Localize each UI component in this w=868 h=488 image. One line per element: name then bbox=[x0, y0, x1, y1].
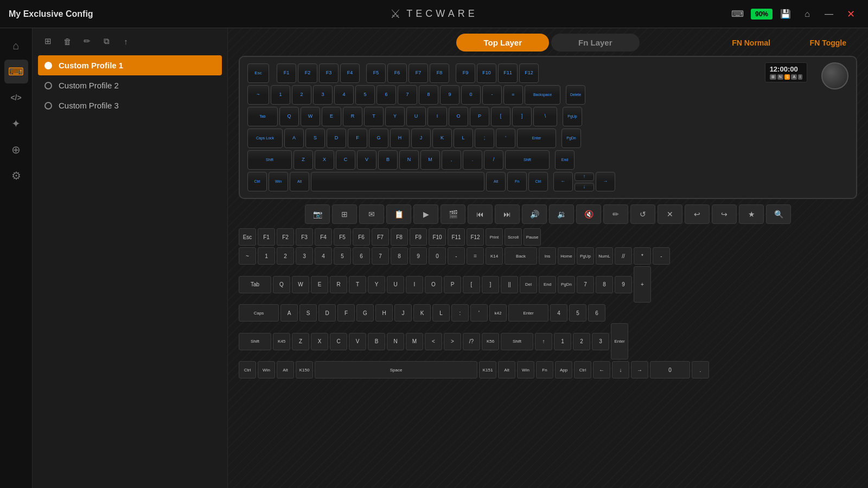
key-lshift[interactable]: Shift bbox=[247, 150, 292, 170]
km-c[interactable]: C bbox=[330, 333, 347, 350]
key-left[interactable]: ← bbox=[553, 172, 573, 191]
key-f2[interactable]: F2 bbox=[298, 63, 317, 83]
km-print[interactable]: Print bbox=[486, 228, 503, 246]
km-num4[interactable]: 4 bbox=[550, 304, 567, 322]
key-rshift[interactable]: Shift bbox=[505, 150, 550, 170]
key-6[interactable]: 6 bbox=[376, 85, 396, 105]
km-lbracket[interactable]: [ bbox=[463, 276, 480, 293]
km-f4[interactable]: F4 bbox=[315, 228, 332, 246]
km-f5[interactable]: F5 bbox=[334, 228, 351, 246]
km-k45[interactable]: K45 bbox=[273, 333, 290, 350]
sidebar-item-lighting[interactable]: ✦ bbox=[4, 112, 28, 136]
km-1[interactable]: 1 bbox=[258, 247, 275, 265]
key-m[interactable]: M bbox=[420, 150, 440, 170]
km-9[interactable]: 9 bbox=[410, 247, 427, 265]
km-equals[interactable]: = bbox=[467, 247, 484, 265]
export-profile-button[interactable]: ↑ bbox=[118, 34, 133, 49]
km-space[interactable]: Space bbox=[315, 361, 477, 378]
km-numl[interactable]: NumL bbox=[596, 247, 613, 265]
km-f1[interactable]: F1 bbox=[258, 228, 275, 246]
km-b[interactable]: B bbox=[368, 333, 385, 350]
macro-vol-up[interactable]: 🔊 bbox=[522, 204, 547, 224]
km-esc[interactable]: Esc bbox=[239, 228, 256, 246]
key-d[interactable]: D bbox=[327, 129, 346, 148]
key-lctrl[interactable]: Ctrl bbox=[247, 172, 267, 191]
km-qmark[interactable]: /? bbox=[463, 333, 480, 350]
key-ralt[interactable]: Alt bbox=[486, 172, 506, 191]
key-7[interactable]: 7 bbox=[398, 85, 417, 105]
km-ralt[interactable]: Alt bbox=[498, 361, 515, 378]
save-button[interactable]: 💾 bbox=[777, 5, 794, 23]
macro-mute[interactable]: 🔇 bbox=[576, 204, 601, 224]
km-dash[interactable]: - bbox=[448, 247, 465, 265]
km-0[interactable]: 0 bbox=[429, 247, 446, 265]
key-e[interactable]: E bbox=[322, 107, 341, 126]
km-right-arrow[interactable]: → bbox=[631, 361, 648, 378]
km-p[interactable]: P bbox=[444, 276, 461, 293]
km-g[interactable]: G bbox=[356, 304, 374, 322]
key-slash[interactable]: / bbox=[484, 150, 503, 170]
minimize-button[interactable]: — bbox=[820, 5, 838, 23]
key-tilde[interactable]: ~ bbox=[247, 85, 269, 105]
macro-clipboard[interactable]: 📋 bbox=[386, 204, 411, 224]
sidebar-item-network[interactable]: ⊕ bbox=[4, 138, 28, 162]
key-l[interactable]: L bbox=[454, 129, 473, 148]
km-2[interactable]: 2 bbox=[277, 247, 294, 265]
key-f1[interactable]: F1 bbox=[277, 63, 296, 83]
macro-video[interactable]: 🎬 bbox=[441, 204, 465, 224]
keyboard-config-button[interactable]: ⌨ bbox=[729, 5, 746, 23]
key-h[interactable]: H bbox=[390, 129, 410, 148]
key-down[interactable]: ↓ bbox=[575, 183, 594, 191]
km-y[interactable]: Y bbox=[368, 276, 385, 293]
km-h[interactable]: H bbox=[375, 304, 393, 322]
km-u[interactable]: U bbox=[387, 276, 404, 293]
key-space[interactable] bbox=[311, 172, 484, 191]
macro-email[interactable]: ✉ bbox=[359, 204, 384, 224]
km-r[interactable]: R bbox=[330, 276, 347, 293]
km-i[interactable]: I bbox=[406, 276, 423, 293]
key-backslash[interactable]: \ bbox=[533, 107, 557, 126]
key-f6[interactable]: F6 bbox=[387, 63, 407, 83]
km-k56[interactable]: K56 bbox=[482, 333, 499, 350]
key-s[interactable]: S bbox=[305, 129, 325, 148]
key-x[interactable]: X bbox=[315, 150, 334, 170]
km-pause[interactable]: Pause bbox=[524, 228, 541, 246]
key-p[interactable]: P bbox=[470, 107, 489, 126]
km-del[interactable]: Del bbox=[520, 276, 537, 293]
sidebar-item-settings[interactable]: ⚙ bbox=[4, 164, 28, 188]
key-f11[interactable]: F11 bbox=[498, 63, 518, 83]
km-pipe[interactable]: || bbox=[501, 276, 518, 293]
km-num0[interactable]: 0 bbox=[650, 361, 690, 378]
key-semicolon[interactable]: ; bbox=[475, 129, 494, 148]
km-num7[interactable]: 7 bbox=[577, 276, 594, 293]
km-f12[interactable]: F12 bbox=[467, 228, 484, 246]
km-f[interactable]: F bbox=[337, 304, 355, 322]
key-b[interactable]: B bbox=[378, 150, 398, 170]
km-f6[interactable]: F6 bbox=[353, 228, 370, 246]
key-t[interactable]: T bbox=[364, 107, 384, 126]
add-profile-button[interactable]: ⊞ bbox=[40, 34, 55, 49]
sidebar-item-keyboard[interactable]: ⌨ bbox=[4, 60, 28, 84]
macro-close[interactable]: ✕ bbox=[658, 204, 682, 224]
km-rctrl[interactable]: Ctrl bbox=[574, 361, 591, 378]
key-tab[interactable]: Tab bbox=[247, 107, 278, 126]
key-1[interactable]: 1 bbox=[271, 85, 290, 105]
key-z[interactable]: Z bbox=[293, 150, 313, 170]
sidebar-item-home[interactable]: ⌂ bbox=[4, 34, 28, 57]
km-rwin[interactable]: Win bbox=[517, 361, 534, 378]
km-f2[interactable]: F2 bbox=[277, 228, 294, 246]
km-3[interactable]: 3 bbox=[296, 247, 313, 265]
key-delete[interactable]: Delete bbox=[566, 85, 585, 105]
km-k150[interactable]: K150 bbox=[296, 361, 313, 378]
km-a[interactable]: A bbox=[280, 304, 298, 322]
macro-edit[interactable]: ✏ bbox=[603, 204, 628, 224]
km-numminus[interactable]: - bbox=[653, 247, 670, 265]
key-backspace[interactable]: Backspace bbox=[525, 85, 560, 105]
km-pgup[interactable]: PgUp bbox=[577, 247, 594, 265]
key-rbracket[interactable]: ] bbox=[512, 107, 532, 126]
profile-item-2[interactable]: Custom Profile 2 bbox=[38, 75, 222, 95]
km-left-arrow[interactable]: ← bbox=[593, 361, 610, 378]
km-s[interactable]: S bbox=[299, 304, 317, 322]
km-e[interactable]: E bbox=[311, 276, 328, 293]
km-pgdn[interactable]: PgDn bbox=[558, 276, 575, 293]
